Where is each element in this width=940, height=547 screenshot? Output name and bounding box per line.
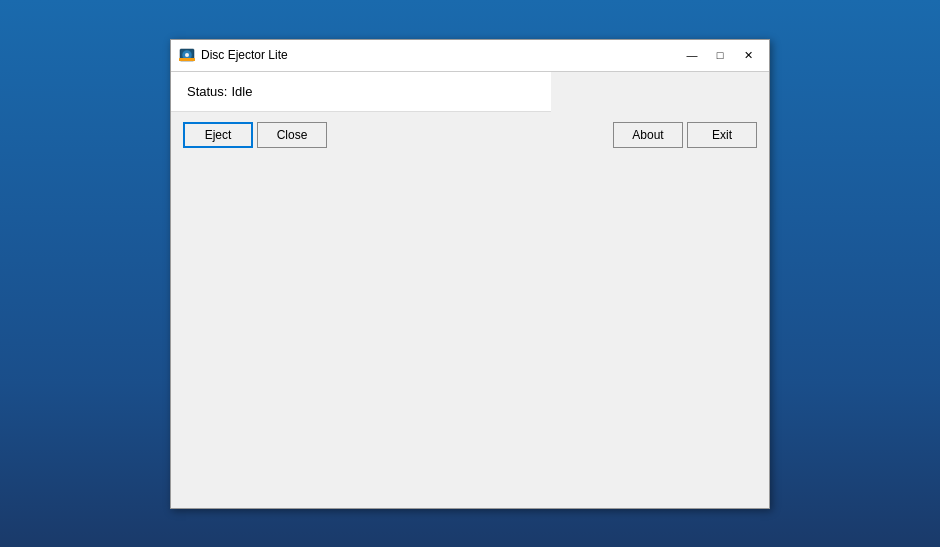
- title-bar: Disc Ejector Lite — □ ✕: [171, 40, 769, 72]
- buttons-row: Eject Close About Exit: [171, 112, 769, 158]
- app-icon: [179, 47, 195, 63]
- close-window-button[interactable]: ✕: [735, 45, 761, 65]
- status-panel: Status: Idle: [171, 72, 551, 112]
- status-value: Idle: [231, 84, 252, 99]
- app-window: Disc Ejector Lite — □ ✕ Status: Idle Eje…: [170, 39, 770, 509]
- exit-button[interactable]: Exit: [687, 122, 757, 148]
- minimize-button[interactable]: —: [679, 45, 705, 65]
- title-bar-controls: — □ ✕: [679, 45, 761, 65]
- eject-button[interactable]: Eject: [183, 122, 253, 148]
- about-button[interactable]: About: [613, 122, 683, 148]
- status-row: Status: Idle: [187, 84, 535, 99]
- title-bar-left: Disc Ejector Lite: [179, 47, 288, 63]
- svg-point-2: [185, 53, 189, 57]
- maximize-button[interactable]: □: [707, 45, 733, 65]
- content-area: Status: Idle Eject Close About Exit: [171, 72, 769, 508]
- status-label: Status:: [187, 84, 227, 99]
- close-button[interactable]: Close: [257, 122, 327, 148]
- svg-rect-3: [179, 58, 195, 61]
- main-body: [171, 158, 769, 508]
- app-title: Disc Ejector Lite: [201, 48, 288, 62]
